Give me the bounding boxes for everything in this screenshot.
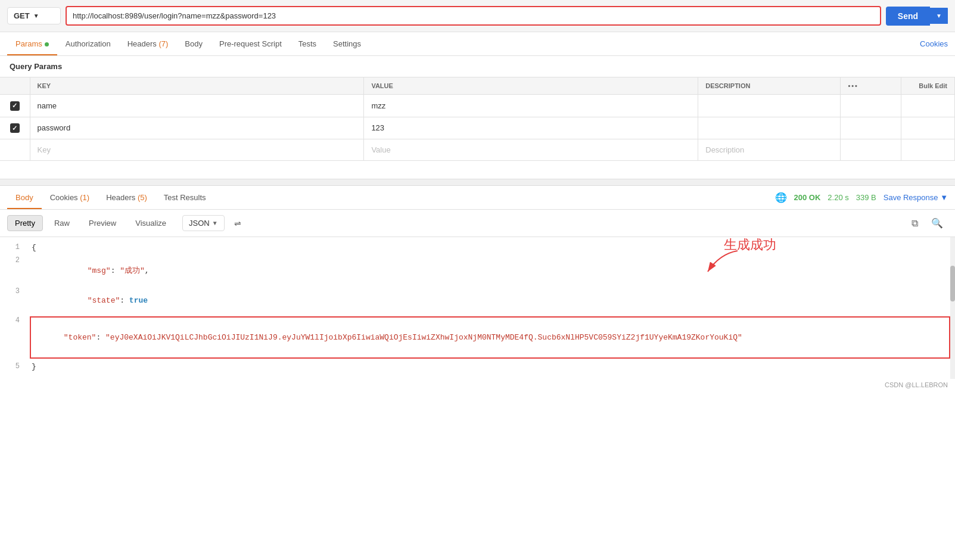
response-tab-test-results[interactable]: Test Results	[155, 186, 214, 209]
row1-checkbox[interactable]	[0, 95, 30, 117]
table-row: password 123	[0, 117, 955, 139]
row2-desc-cell	[698, 117, 841, 139]
raw-button[interactable]: Raw	[46, 215, 77, 231]
response-size: 339 B	[856, 193, 876, 202]
json-value-state: true	[129, 296, 148, 305]
url-input-wrapper	[66, 6, 881, 26]
json-line-5: 5 }	[0, 361, 955, 374]
response-tab-body[interactable]: Body	[7, 186, 42, 209]
row1-dots	[841, 95, 901, 117]
send-dropdown-button[interactable]: ▼	[930, 8, 948, 24]
annotation-arrow-icon	[690, 248, 749, 278]
preview-button[interactable]: Preview	[81, 215, 124, 231]
request-tabs: Params Authorization Headers (7) Body Pr…	[0, 32, 955, 56]
tab-params[interactable]: Params	[7, 32, 57, 55]
response-tab-cookies[interactable]: Cookies (1)	[42, 186, 98, 209]
json-viewer: 生成成功 1 { 2 "msg": "成功", 3	[0, 237, 955, 379]
tab-headers[interactable]: Headers (7)	[119, 32, 177, 55]
scrollbar-thumb[interactable]	[950, 266, 955, 301]
token-value: "eyJ0eXAiOiJKV1QiLCJhbGciOiJIUzI1NiJ9.ey…	[105, 333, 742, 342]
watermark: CSDN @LL.LEBRON	[0, 379, 955, 391]
tab-body[interactable]: Body	[176, 32, 211, 55]
tab-cookies-link[interactable]: Cookies	[920, 39, 948, 48]
row2-bulk	[901, 117, 955, 139]
row1-desc-cell	[698, 95, 841, 117]
col-key-header: KEY	[30, 77, 364, 95]
json-line-1: 1 {	[0, 242, 955, 255]
pretty-button[interactable]: Pretty	[7, 215, 43, 231]
save-response-button[interactable]: Save Response ▼	[884, 193, 948, 202]
method-selector[interactable]: GET ▼	[7, 7, 61, 24]
tab-settings[interactable]: Settings	[325, 32, 369, 55]
col-check-header	[0, 77, 30, 95]
row1-value-cell: mzz	[364, 95, 698, 117]
status-badge: 200 OK	[794, 193, 821, 202]
url-input[interactable]	[67, 7, 880, 24]
json-key-state: "state"	[88, 296, 120, 305]
response-tab-headers[interactable]: Headers (5)	[98, 186, 155, 209]
response-time: 2.20 s	[828, 193, 848, 202]
json-scroll-area: 生成成功 1 { 2 "msg": "成功", 3	[0, 237, 955, 379]
section-divider	[0, 179, 955, 186]
row1-bulk	[901, 95, 955, 117]
token-highlight-box: "token": "eyJ0eXAiOiJKV1QiLCJhbGciOiJIUz…	[30, 316, 950, 359]
params-active-dot	[45, 42, 49, 46]
format-toolbar: Pretty Raw Preview Visualize JSON ▼ ⇌ ⧉ …	[0, 210, 955, 237]
globe-icon: 🌐	[775, 192, 787, 203]
json-key-msg: "msg"	[88, 266, 111, 275]
row2-checkbox[interactable]	[0, 117, 30, 139]
table-row: name mzz	[0, 95, 955, 117]
tab-tests[interactable]: Tests	[290, 32, 325, 55]
copy-icon[interactable]: ⧉	[907, 215, 923, 232]
checkbox-name[interactable]	[10, 101, 20, 111]
checkbox-password[interactable]	[10, 123, 20, 133]
response-tabs: Body Cookies (1) Headers (5) Test Result…	[0, 186, 955, 210]
json-brace-close: }	[32, 362, 36, 371]
url-bar: GET ▼ Send ▼	[0, 0, 955, 32]
format-json-selector[interactable]: JSON ▼	[182, 215, 225, 231]
table-row-empty: Key Value Description	[0, 139, 955, 161]
search-icon[interactable]: 🔍	[926, 214, 948, 232]
scrollbar-track[interactable]	[950, 237, 955, 379]
wrap-icon[interactable]: ⇌	[228, 216, 247, 231]
row1-key-cell: name	[30, 95, 364, 117]
json-line-2: 2 "msg": "成功",	[0, 255, 955, 286]
tab-pre-request[interactable]: Pre-request Script	[211, 32, 290, 55]
col-dots-header: •••	[841, 77, 901, 95]
json-value-msg: "成功"	[120, 266, 145, 275]
section-spacer	[0, 161, 955, 179]
col-description-header: DESCRIPTION	[698, 77, 841, 95]
json-line-3: 3 "state": true	[0, 286, 955, 315]
col-bulk-edit-header[interactable]: Bulk Edit	[901, 77, 955, 95]
json-chevron-icon: ▼	[212, 220, 218, 226]
send-main-button[interactable]: Send	[886, 7, 930, 26]
row2-value-cell: 123	[364, 117, 698, 139]
row2-key-cell: password	[30, 117, 364, 139]
visualize-button[interactable]: Visualize	[127, 215, 174, 231]
method-label: GET	[14, 11, 30, 20]
tab-authorization[interactable]: Authorization	[57, 32, 119, 55]
json-brace-open: {	[32, 243, 36, 252]
col-value-header: VALUE	[364, 77, 698, 95]
response-meta: 🌐 200 OK 2.20 s 339 B Save Response ▼	[775, 192, 948, 203]
query-params-title: Query Params	[0, 56, 955, 77]
row2-dots	[841, 117, 901, 139]
method-chevron-icon: ▼	[33, 13, 39, 19]
send-button-group: Send ▼	[886, 7, 948, 26]
params-table: KEY VALUE DESCRIPTION ••• Bulk Edit name…	[0, 77, 955, 161]
